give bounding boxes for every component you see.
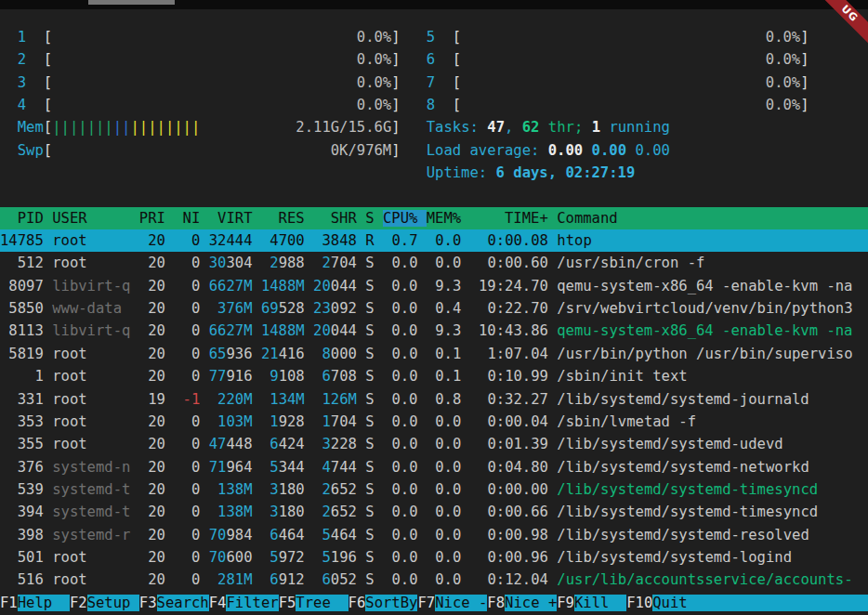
column-header-mem[interactable]: MEM% [427, 210, 470, 227]
window-tab[interactable] [88, 0, 175, 5]
process-row[interactable]: 516 root 20 0 281M 6912 6052 S 0.0 0.0 0… [0, 569, 868, 591]
column-header-res[interactable]: RES [261, 210, 313, 227]
gap [261, 481, 270, 498]
gap [305, 391, 313, 408]
process-row[interactable]: 5850 www-data 20 0 376M 69528 23092 S 0.… [0, 297, 868, 320]
debug-ribbon: UG [823, 0, 868, 45]
cell-time: 0:01.39 [470, 436, 558, 452]
meter-close-bracket: ] [391, 142, 400, 159]
cell-user: libvirt-q [52, 278, 139, 294]
gap [305, 481, 313, 498]
cpu-4-meter-value: 0.0% [52, 97, 391, 113]
cell-mem-percent: 0.0 [427, 459, 470, 476]
cell-user: root [52, 368, 139, 385]
process-row[interactable]: 376 systemd-n 20 0 71964 5344 4744 S 0.0… [0, 456, 868, 478]
process-row[interactable]: 331 root 19 -1 220M 134M 126M S 0.0 0.8 … [0, 388, 868, 411]
process-row[interactable]: 14785 root 20 0 32444 4700 3848 R 0.7 0.… [0, 229, 868, 252]
fkey-f4[interactable]: F4Filter [209, 595, 279, 611]
column-header-s[interactable]: S [365, 210, 383, 227]
cell-user: root [52, 255, 139, 271]
column-header-virt[interactable]: VIRT [209, 210, 261, 227]
process-row[interactable]: 539 systemd-t 20 0 138M 3180 2652 S 0.0 … [0, 478, 868, 501]
cell-state: S [365, 368, 383, 385]
fkey-f7[interactable]: F7Nice - [417, 595, 487, 611]
htop-terminal: 1 [ 0.0%] 5 [ 0.0%] 2 [ 0.0%] 6 [ 0.0%] … [0, 9, 868, 614]
cell-virt: 281M [217, 571, 252, 588]
cell-user: root [52, 549, 139, 566]
cell-res: 464 [279, 527, 305, 543]
cell-res-mb: 6 [270, 571, 278, 588]
column-header-pid[interactable]: PID [0, 210, 52, 227]
column-header-command[interactable]: Command [557, 210, 618, 227]
mem-bar-yellow: |||||||| [130, 119, 200, 136]
cell-time: 0:12.04 [470, 571, 558, 588]
cell-user: root [52, 346, 139, 362]
process-row[interactable]: 501 root 20 0 70600 5972 5196 S 0.0 0.0 … [0, 546, 868, 569]
cell-nice: 0 [174, 278, 208, 294]
cell-mem-percent: 0.0 [427, 413, 470, 430]
cell-shr-mb: 6 [322, 571, 330, 588]
gap [261, 504, 270, 520]
cell-cpu-percent: 0.0 [383, 436, 427, 452]
cpu-8-meter-label: 8 [427, 97, 453, 113]
cell-shr: 744 [331, 459, 357, 476]
fkey-f9[interactable]: F9Kill [557, 595, 626, 611]
process-row[interactable]: 5819 root 20 0 65936 21416 8000 S 0.0 0.… [0, 343, 868, 365]
process-row[interactable]: 355 root 20 0 47448 6424 3228 S 0.0 0.0 … [0, 433, 868, 455]
cpu-2-meter-label: 2 [0, 51, 44, 68]
cell-state: S [365, 571, 383, 588]
cell-pid: 501 [0, 549, 52, 566]
cell-command: /lib/systemd/systemd-logind [557, 549, 792, 566]
gap [0, 164, 427, 181]
cell-cpu-percent: 0.0 [383, 278, 427, 294]
process-row[interactable]: 394 systemd-t 20 0 138M 3180 2652 S 0.0 … [0, 501, 868, 523]
cell-nice: 0 [174, 571, 208, 588]
cell-virt: 220M [217, 391, 252, 408]
fkey-f5[interactable]: F5Tree [279, 595, 349, 611]
fkey-f8[interactable]: F8Nice + [487, 595, 557, 611]
fkey-f1[interactable]: F1Help [0, 595, 70, 611]
cell-cpu-percent: 0.7 [383, 232, 427, 249]
fkey-f2[interactable]: F2Setup [70, 595, 139, 611]
cpu-3-meter-value: 0.0% [52, 74, 391, 91]
meter-open-bracket: [ [453, 74, 461, 91]
cell-shr-mb: 2 [322, 481, 330, 498]
process-row[interactable]: 8097 libvirt-q 20 0 6627M 1488M 20044 S … [0, 275, 868, 297]
cell-shr: 052 [331, 571, 357, 588]
cell-time: 0:32.27 [470, 391, 558, 408]
process-row[interactable]: 512 root 20 0 30304 2988 2704 S 0.0 0.0 … [0, 252, 868, 274]
fkey-f10[interactable]: F10Quit [626, 595, 868, 611]
cell-shr: 704 [331, 255, 357, 271]
cell-time: 0:22.70 [470, 300, 558, 317]
fkey-f3[interactable]: F3Search [139, 595, 209, 611]
cpu-7-meter-value: 0.0% [461, 74, 800, 91]
cell-command: /lib/systemd/systemd-timesyncd [557, 481, 818, 498]
cell-res: 424 [279, 436, 305, 452]
cell-nice: 0 [174, 232, 208, 249]
fkey-f6[interactable]: F6SortBy [349, 595, 418, 611]
cell-user: www-data [52, 300, 139, 317]
cell-mem-percent: 0.8 [427, 391, 470, 408]
cell-shr: 848 [331, 232, 357, 249]
process-row[interactable]: 398 systemd-r 20 0 70984 6464 5464 S 0.0… [0, 524, 868, 546]
meter-open-bracket: [ [453, 29, 461, 46]
column-header-shr[interactable]: SHR [313, 210, 365, 227]
column-header-ni[interactable]: NI [174, 210, 208, 227]
process-row[interactable]: 8113 libvirt-q 20 0 6627M 1488M 20044 S … [0, 320, 868, 342]
column-header-user[interactable]: USER [52, 210, 139, 227]
cell-virt-mb: 47 [209, 436, 227, 452]
column-header-pri[interactable]: PRI [139, 210, 174, 227]
cell-shr-mb: 5 [322, 549, 330, 566]
gap [305, 278, 313, 294]
process-row[interactable]: 353 root 20 0 103M 1928 1704 S 0.0 0.0 0… [0, 411, 868, 433]
process-row[interactable]: 1 root 20 0 77916 9108 6708 S 0.0 0.1 0:… [0, 365, 868, 387]
mem-meter-value: 2.11G/15.6G [200, 119, 391, 136]
gap [253, 413, 261, 430]
cell-res-mb: 6 [270, 436, 278, 452]
cell-user: systemd-t [52, 481, 139, 498]
cell-command: /srv/webvirtcloud/venv/bin/python3 [557, 300, 852, 317]
htop-screen: UG 1 [ 0.0%] 5 [ 0.0%] 2 [ 0.0%] 6 [ 0.0… [0, 0, 868, 615]
cell-pid: 512 [0, 255, 52, 271]
column-header-time[interactable]: TIME+ [470, 210, 558, 227]
column-header-cpu[interactable]: CPU% [383, 210, 427, 227]
